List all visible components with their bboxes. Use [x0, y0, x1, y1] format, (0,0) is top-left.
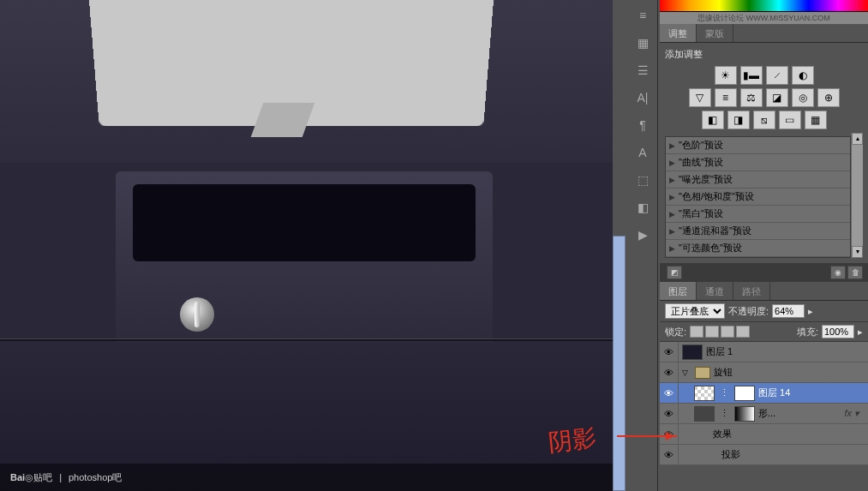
adjustments-footer: ◩ ◉🗑: [660, 263, 868, 282]
photo-filter-icon[interactable]: ◎: [792, 88, 814, 107]
visibility-icon[interactable]: 👁: [660, 383, 679, 403]
watermark: 思缘设计论坛 WWW.MISSYUAN.COM: [660, 12, 868, 24]
lock-pos-icon[interactable]: [721, 326, 734, 338]
opacity-label: 不透明度:: [728, 305, 769, 318]
tab-paths[interactable]: 路径: [733, 282, 770, 300]
vmask-thumb: [734, 406, 755, 422]
brightness-icon[interactable]: ☀: [715, 66, 737, 85]
styles-icon[interactable]: ◧: [631, 195, 655, 219]
document-canvas[interactable]: [0, 0, 613, 491]
lock-pixels-icon[interactable]: [705, 326, 719, 338]
lock-row: 锁定: 填充: ▸: [660, 322, 868, 342]
brush-icon[interactable]: ☰: [631, 58, 655, 82]
adjustment-presets: ▶"色阶"预设 ▶"曲线"预设 ▶"曝光度"预设 ▶"色相/饱和度"预设 ▶"黑…: [665, 136, 851, 258]
canvas-scrollbar-v[interactable]: [613, 236, 626, 491]
chanmix-icon[interactable]: ⊕: [817, 88, 840, 107]
selcol-icon[interactable]: ▦: [805, 111, 827, 129]
visibility-icon[interactable]: 👁: [660, 445, 679, 464]
layers-tabs: 图层 通道 路径: [660, 282, 868, 301]
opacity-input[interactable]: [772, 304, 805, 318]
presets-scrollbar[interactable]: ▴ ▾: [851, 133, 863, 258]
bw-icon[interactable]: ◪: [766, 88, 788, 107]
char-icon[interactable]: A: [631, 141, 655, 165]
layer-row-layer14[interactable]: 👁 ⋮ 图层 14: [660, 383, 868, 404]
swatch-icon[interactable]: ⬚: [631, 168, 655, 192]
preset-chanmix[interactable]: ▶"通道混和器"预设: [666, 223, 850, 240]
layer-list: 👁 图层 1 👁 ▽ 旋钮 👁 ⋮ 图层 14 👁 ⋮ 形... fx ▾: [660, 342, 868, 465]
blend-row: 正片叠底 不透明度: ▸: [660, 301, 868, 322]
nav-icon[interactable]: ▶: [631, 223, 655, 247]
adjustments-tabs: 调整 蒙版: [660, 24, 868, 43]
layer-row-group-knob[interactable]: 👁 ▽ 旋钮: [660, 362, 868, 383]
layer-thumb: [694, 406, 715, 422]
fill-label: 填充:: [797, 326, 818, 338]
preset-levels[interactable]: ▶"色阶"预设: [666, 137, 850, 154]
levels-icon[interactable]: ▮▬: [740, 66, 763, 85]
layer-row-effects[interactable]: 👁 效果: [660, 424, 868, 445]
section-name: photoshop吧: [69, 471, 122, 484]
fill-input[interactable]: [822, 325, 854, 338]
fx-badge[interactable]: fx ▾: [841, 408, 863, 419]
artwork-sep: [0, 338, 613, 341]
adj-trash-icon[interactable]: 🗑: [847, 266, 863, 279]
poster-icon[interactable]: ◨: [727, 111, 750, 129]
scroll-up-icon[interactable]: ▴: [852, 133, 863, 145]
add-adjustment-label: 添加调整: [665, 48, 863, 61]
disclosure-icon[interactable]: ▽: [682, 368, 688, 377]
layer-thumb: [682, 344, 703, 360]
preset-curves[interactable]: ▶"曲线"预设: [666, 154, 850, 171]
actions-icon[interactable]: ▦: [631, 31, 655, 55]
type-icon[interactable]: A|: [631, 86, 655, 110]
layer-row-dropshadow[interactable]: 👁 投影: [660, 445, 868, 465]
thresh-icon[interactable]: ⧅: [753, 111, 775, 129]
tab-masks[interactable]: 蒙版: [697, 24, 733, 42]
tab-channels[interactable]: 通道: [697, 282, 733, 300]
opacity-flyout[interactable]: ▸: [808, 306, 813, 317]
collapsed-panel-dock: ≡ ▦ ☰ A| ¶ A ⬚ ◧ ▶: [627, 0, 658, 491]
invert-icon[interactable]: ◧: [702, 111, 724, 129]
preset-exposure[interactable]: ▶"曝光度"预设: [666, 171, 850, 189]
visibility-icon[interactable]: 👁: [660, 342, 679, 362]
link-icon: ⋮: [720, 408, 729, 419]
preset-selcol[interactable]: ▶"可选颜色"预设: [666, 240, 850, 257]
tab-layers[interactable]: 图层: [660, 282, 697, 300]
adj-clip-icon[interactable]: ◩: [667, 266, 682, 279]
blend-mode-select[interactable]: 正片叠底: [665, 303, 725, 319]
layer-thumb: [694, 386, 715, 401]
adj-new-icon[interactable]: ◉: [830, 266, 846, 279]
tab-adjustments[interactable]: 调整: [660, 24, 697, 42]
right-panels: 思缘设计论坛 WWW.MISSYUAN.COM 调整 蒙版 添加调整 ☀ ▮▬ …: [660, 0, 868, 491]
preset-hue[interactable]: ▶"色相/饱和度"预设: [666, 189, 850, 206]
fill-flyout[interactable]: ▸: [858, 326, 863, 338]
colbal-icon[interactable]: ⚖: [740, 88, 763, 107]
vibrance-icon[interactable]: ▽: [689, 88, 711, 107]
visibility-icon[interactable]: 👁: [660, 404, 679, 423]
lock-label: 锁定:: [665, 326, 686, 338]
visibility-icon[interactable]: 👁: [660, 424, 679, 444]
color-spectrum[interactable]: [660, 0, 868, 12]
lock-all-icon[interactable]: [736, 326, 750, 338]
hue-icon[interactable]: ≡: [715, 88, 737, 107]
mask-thumb: [734, 386, 755, 401]
visibility-icon[interactable]: 👁: [660, 362, 679, 382]
scroll-down-icon[interactable]: ▾: [852, 246, 863, 258]
curves-icon[interactable]: ⟋: [766, 66, 788, 85]
exposure-icon[interactable]: ◐: [792, 66, 814, 85]
paragraph-icon[interactable]: ¶: [631, 113, 655, 137]
brand-logo: Bai◎贴吧: [10, 471, 52, 484]
preset-bw[interactable]: ▶"黑白"预设: [666, 206, 850, 223]
folder-icon: [695, 367, 710, 379]
layer-row-shape[interactable]: 👁 ⋮ 形... fx ▾: [660, 404, 868, 424]
link-icon: ⋮: [720, 387, 729, 398]
artwork-slot: [133, 184, 476, 261]
history-icon[interactable]: ≡: [631, 3, 655, 27]
lock-trans-icon[interactable]: [690, 326, 703, 338]
layer-row-layer1[interactable]: 👁 图层 1: [660, 342, 868, 362]
source-footer: Bai◎贴吧 | photoshop吧: [0, 464, 613, 491]
artwork-knob: [180, 297, 214, 332]
adjustments-panel: 添加调整 ☀ ▮▬ ⟋ ◐ ▽ ≡ ⚖ ◪ ◎ ⊕ ◧ ◨ ⧅ ▭ ▦ ▶"色阶…: [660, 43, 868, 263]
gradmap-icon[interactable]: ▭: [779, 111, 801, 129]
